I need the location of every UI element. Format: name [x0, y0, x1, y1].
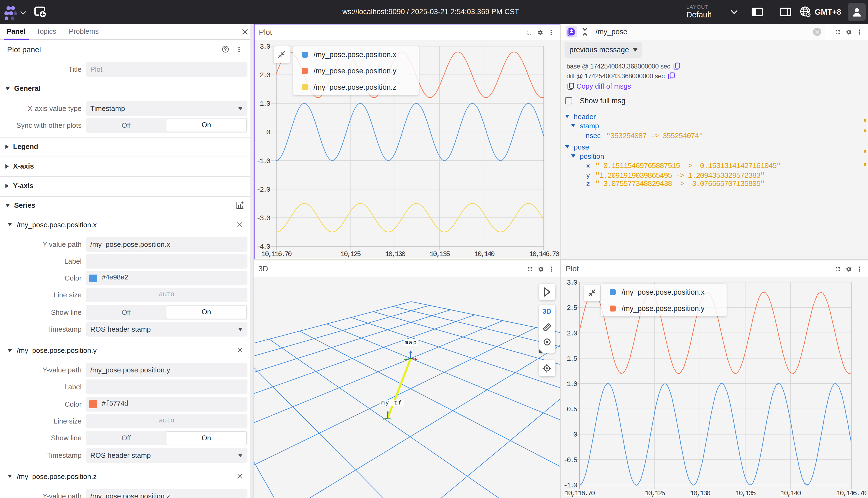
svg-text:2.0: 2.0 — [260, 71, 270, 79]
svg-text:-2.0: -2.0 — [256, 186, 270, 194]
svg-text:10,135: 10,135 — [735, 489, 755, 497]
svg-text:10,140: 10,140 — [474, 250, 494, 258]
svg-text:2.5: 2.5 — [567, 304, 577, 312]
svg-text:0: 0 — [266, 128, 270, 136]
svg-text:-4.0: -4.0 — [256, 243, 270, 251]
svg-text:10,146.70: 10,146.70 — [529, 250, 559, 258]
svg-text:-0.5: -0.5 — [563, 456, 577, 464]
svg-text:3.0: 3.0 — [260, 43, 270, 51]
svg-text:0.5: 0.5 — [567, 405, 577, 414]
svg-text:10,125: 10,125 — [340, 250, 361, 258]
svg-text:-3.0: -3.0 — [256, 214, 270, 222]
svg-text:10,116.70: 10,116.70 — [262, 250, 292, 258]
svg-text:10,140: 10,140 — [781, 489, 801, 497]
svg-text:10,146.70: 10,146.70 — [837, 489, 866, 497]
svg-text:-1.0: -1.0 — [256, 157, 270, 165]
svg-text:-1.0: -1.0 — [563, 482, 577, 489]
svg-text:10,125: 10,125 — [645, 489, 665, 497]
svg-text:0: 0 — [573, 431, 577, 439]
svg-text:1.0: 1.0 — [567, 380, 577, 388]
svg-text:3.0: 3.0 — [567, 279, 577, 287]
svg-text:10,130: 10,130 — [690, 489, 710, 497]
svg-text:10,130: 10,130 — [385, 250, 405, 258]
svg-text:10,135: 10,135 — [430, 250, 450, 258]
svg-text:1.0: 1.0 — [260, 100, 270, 108]
svg-text:2.0: 2.0 — [567, 329, 577, 338]
svg-text:1.5: 1.5 — [567, 355, 577, 363]
svg-text:10,116.70: 10,116.70 — [565, 489, 595, 497]
